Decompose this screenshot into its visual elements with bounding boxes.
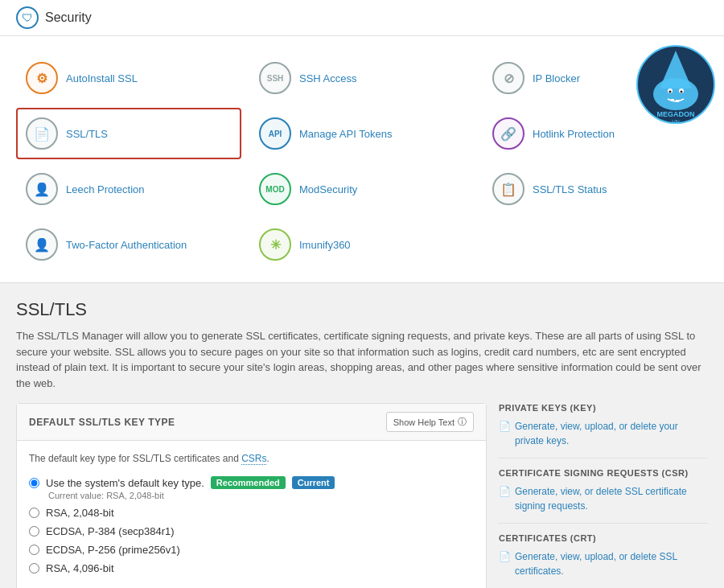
grid-item-ssl-tls-status[interactable]: 📋SSL/TLS Status	[483, 163, 708, 215]
leech-protection-icon: 👤	[26, 173, 58, 205]
grid-item-label-modsecurity: ModSecurity	[299, 183, 357, 195]
svg-point-5	[669, 91, 672, 93]
radio-system-default[interactable]	[29, 478, 39, 488]
right-link-text: Generate, view, upload, or delete your p…	[515, 419, 708, 448]
right-link-private-keys[interactable]: 📄Generate, view, upload, or delete your …	[499, 419, 708, 448]
two-factor-auth-icon: 👤	[26, 228, 58, 261]
left-panel-body: The default key type for SSL/TLS certifi…	[17, 441, 486, 588]
grid-item-label-manage-api-tokens: Manage API Tokens	[299, 128, 392, 140]
grid-item-ssl-tls[interactable]: 📄SSL/TLS	[16, 108, 241, 159]
file-icon: 📄	[499, 549, 511, 578]
grid-item-label-hotlink-protection: Hotlink Protection	[533, 128, 615, 140]
label-rsa-2048[interactable]: RSA, 2,048-bit	[46, 507, 114, 519]
right-link-csr[interactable]: 📄Generate, view, or delete SSL certifica…	[499, 484, 708, 513]
file-icon: 📄	[499, 419, 511, 448]
radio-option-rsa-4096: RSA, 4,096-bit	[29, 562, 474, 574]
grid-item-label-ssl-tls: SSL/TLS	[66, 128, 108, 140]
radio-option-system-default: Use the system's default key type.Recomm…	[29, 476, 474, 500]
left-panel-header: DEFAULT SSL/TLS KEY TYPE Show Help Text …	[17, 404, 486, 441]
panel-title: DEFAULT SSL/TLS KEY TYPE	[29, 417, 175, 428]
label-ecdsa-p384[interactable]: ECDSA, P-384 (secp384r1)	[46, 525, 175, 537]
right-section-private-keys: PRIVATE KEYS (KEY)📄Generate, view, uploa…	[499, 403, 708, 458]
page-title: SSL/TLS	[0, 283, 724, 328]
right-link-text: Generate, view, or delete SSL certificat…	[515, 484, 708, 513]
label-ecdsa-p256[interactable]: ECDSA, P-256 (prime256v1)	[46, 544, 180, 556]
info-icon: ⓘ	[458, 416, 467, 428]
modsecurity-icon: MOD	[259, 173, 291, 205]
show-help-label: Show Help Text	[393, 417, 455, 427]
svg-text:MEGADON: MEGADON	[657, 110, 695, 118]
radio-option-rsa-2048: RSA, 2,048-bit	[29, 507, 474, 519]
grid-item-ssh-access[interactable]: SSHSSH Access	[249, 52, 475, 104]
ssl-tls-status-icon: 📋	[492, 173, 524, 205]
section-description: The SSL/TLS Manager will allow you to ge…	[0, 328, 724, 403]
grid-item-label-two-factor-auth: Two-Factor Authentication	[66, 239, 187, 251]
right-section-csr: CERTIFICATE SIGNING REQUESTS (CSR)📄Gener…	[499, 468, 708, 524]
badge-current: Current	[292, 476, 335, 489]
shield-icon: 🛡	[16, 6, 39, 29]
label-rsa-4096[interactable]: RSA, 4,096-bit	[46, 562, 114, 574]
grid-item-label-ssl-tls-status: SSL/TLS Status	[533, 183, 607, 195]
grid-item-label-autoinstall-ssl: AutoInstall SSL	[66, 72, 138, 84]
svg-point-2	[653, 78, 698, 110]
top-header: 🛡 Security	[0, 0, 724, 36]
current-value: Current value: RSA, 2,048-bit	[48, 491, 474, 500]
grid-item-label-ssh-access: SSH Access	[299, 72, 357, 84]
file-icon: 📄	[499, 484, 511, 513]
grid-item-label-leech-protection: Leech Protection	[66, 183, 145, 195]
hotlink-protection-icon: 🔗	[492, 117, 524, 150]
grid-item-leech-protection[interactable]: 👤Leech Protection	[16, 163, 241, 215]
grid-item-label-ip-blocker: IP Blocker	[533, 72, 580, 84]
radio-option-ecdsa-p384: ECDSA, P-384 (secp384r1)	[29, 525, 474, 537]
key-type-radio-group: Use the system's default key type.Recomm…	[29, 476, 474, 574]
radio-ecdsa-p384[interactable]	[29, 526, 39, 537]
show-help-button[interactable]: Show Help Text ⓘ	[386, 412, 474, 432]
main-content: DEFAULT SSL/TLS KEY TYPE Show Help Text …	[0, 403, 724, 588]
radio-option-ecdsa-p256: ECDSA, P-256 (prime256v1)	[29, 544, 474, 556]
radio-ecdsa-p256[interactable]	[29, 545, 39, 555]
label-system-default[interactable]: Use the system's default key type.	[46, 477, 204, 489]
left-panel: DEFAULT SSL/TLS KEY TYPE Show Help Text …	[16, 403, 487, 588]
panel-description: The default key type for SSL/TLS certifi…	[29, 453, 474, 464]
megadon-logo: MEGADON VN	[636, 44, 716, 125]
right-link-text: Generate, view, upload, or delete SSL ce…	[515, 549, 708, 578]
right-panel: PRIVATE KEYS (KEY)📄Generate, view, uploa…	[499, 403, 708, 588]
grid-item-modsecurity[interactable]: MODModSecurity	[249, 163, 475, 215]
right-section-title-private-keys: PRIVATE KEYS (KEY)	[499, 403, 708, 413]
autoinstall-ssl-icon: ⚙	[26, 62, 58, 94]
ip-blocker-icon: ⊘	[492, 62, 524, 94]
right-section-title-certificates: CERTIFICATES (CRT)	[499, 533, 708, 543]
badge-recommended: Recommended	[211, 476, 286, 489]
svg-point-6	[681, 91, 683, 93]
right-link-certificates[interactable]: 📄Generate, view, upload, or delete SSL c…	[499, 549, 708, 578]
right-section-certificates: CERTIFICATES (CRT)📄Generate, view, uploa…	[499, 533, 708, 588]
svg-rect-7	[671, 99, 674, 101]
csr-link: CSRs	[241, 453, 266, 465]
svg-text:VN: VN	[672, 119, 680, 125]
grid-item-imunify360[interactable]: ✳Imunify360	[249, 219, 475, 270]
grid-item-label-imunify360: Imunify360	[299, 239, 351, 251]
imunify360-icon: ✳	[259, 228, 291, 261]
svg-rect-8	[676, 100, 679, 102]
radio-rsa-4096[interactable]	[29, 563, 39, 574]
right-section-title-csr: CERTIFICATE SIGNING REQUESTS (CSR)	[499, 468, 708, 478]
security-panel: MEGADON VN ⚙AutoInstall SSLSSHSSH Access…	[0, 36, 724, 283]
grid-item-two-factor-auth[interactable]: 👤Two-Factor Authentication	[16, 219, 241, 270]
radio-rsa-2048[interactable]	[29, 508, 39, 518]
manage-api-tokens-icon: API	[259, 117, 291, 150]
ssh-access-icon: SSH	[259, 62, 291, 94]
grid-item-autoinstall-ssl[interactable]: ⚙AutoInstall SSL	[16, 52, 241, 104]
header-title: Security	[45, 10, 92, 25]
grid-item-manage-api-tokens[interactable]: APIManage API Tokens	[249, 108, 475, 159]
security-grid: ⚙AutoInstall SSLSSHSSH Access⊘IP Blocker…	[16, 52, 708, 270]
ssl-tls-icon: 📄	[26, 117, 58, 150]
